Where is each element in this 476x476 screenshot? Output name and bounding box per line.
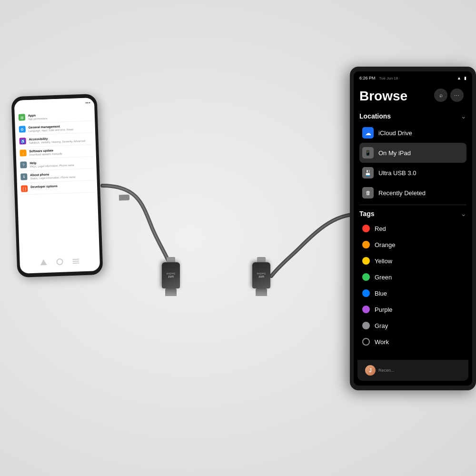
location-ultra-usb[interactable]: 💾 Ultra USB 3.0 [359, 163, 466, 183]
tag-work[interactable]: Work [359, 334, 466, 350]
section-divider [359, 205, 466, 205]
dongle-right-connector [256, 288, 267, 296]
ipad-date: Tue Jun 18 [379, 76, 398, 80]
phone-menu-developer: { } Developer options [20, 180, 95, 195]
dongle-right-unit: uni SanDisk [252, 257, 270, 296]
icloud-drive-label: iCloud Drive [378, 129, 412, 137]
tag-work-dot [362, 338, 370, 346]
ipad-status-bar: 6:26 PM Tue Jun 18 ▲ ▮ [354, 71, 472, 85]
general-icon: ⚙ [19, 126, 26, 132]
ipad-local-icon: 📱 [362, 147, 374, 159]
tag-orange[interactable]: Orange [359, 237, 466, 253]
user-avatar: J [365, 365, 376, 376]
recently-deleted-label: Recently Deleted [378, 189, 426, 197]
tag-green-label: Green [375, 274, 392, 281]
location-icloud-drive[interactable]: ☁ iCloud Drive [359, 123, 466, 143]
dongle-left-unit: uni SanDisk [162, 257, 180, 296]
ipad-time: 6:26 PM [359, 76, 376, 80]
tag-blue[interactable]: Blue [359, 285, 466, 301]
location-on-my-ipad[interactable]: 📱 On My iPad [359, 143, 466, 163]
phone-device: ●●● ⊞ Apps App permissions ⚙ [14, 95, 119, 300]
tags-chevron-icon: ⌄ [461, 210, 466, 218]
locations-section-header[interactable]: Locations ⌄ [359, 109, 466, 123]
phone-screen: ●●● ⊞ Apps App permissions ⚙ [14, 98, 100, 274]
ipad-bottom-recent[interactable]: J Recen... [365, 365, 395, 376]
locations-label: Locations [359, 112, 391, 120]
tags-section-header[interactable]: Tags ⌄ [359, 207, 466, 220]
help-icon: ? [20, 161, 27, 168]
trash-icon: 🗑 [362, 187, 374, 198]
tag-yellow-dot [362, 257, 370, 265]
phone-recents-button[interactable] [72, 258, 79, 263]
location-recently-deleted[interactable]: 🗑 Recently Deleted [359, 183, 466, 203]
tag-red-label: Red [375, 225, 386, 232]
locations-chevron-icon: ⌄ [461, 112, 466, 120]
tag-gray-dot [362, 322, 370, 329]
recent-label: Recen... [378, 368, 395, 373]
tag-gray-label: Gray [375, 322, 388, 329]
dongle-left-connector [165, 288, 177, 296]
tag-red-dot [362, 225, 370, 232]
ipad-status-icons: ▲ ▮ [457, 76, 466, 80]
accessibility-icon: ♿ [19, 138, 26, 144]
dongle-left: uni SanDisk [162, 257, 180, 296]
ultra-usb-label: Ultra USB 3.0 [378, 169, 416, 177]
ipad-more-button[interactable]: ··· [450, 89, 464, 102]
tag-gray[interactable]: Gray [359, 317, 466, 334]
about-icon: ℹ [20, 173, 27, 180]
dongle-left-body: uni SanDisk [162, 262, 180, 288]
wifi-icon: ▲ [457, 76, 461, 80]
tag-orange-label: Orange [375, 241, 395, 248]
tag-blue-label: Blue [375, 290, 387, 297]
ipad-screen: 6:26 PM Tue Jun 18 ▲ ▮ ··· ⌕ Browse [354, 71, 472, 386]
apps-icon: ⊞ [19, 114, 25, 120]
battery-icon: ▮ [464, 76, 466, 80]
icloud-icon: ☁ [362, 127, 374, 139]
tag-green[interactable]: Green [359, 269, 466, 285]
ipad-body: 6:26 PM Tue Jun 18 ▲ ▮ ··· ⌕ Browse [350, 67, 476, 390]
phone-nav-bar [20, 255, 100, 269]
ipad-device: 6:26 PM Tue Jun 18 ▲ ▮ ··· ⌕ Browse [350, 67, 476, 390]
tag-yellow-label: Yellow [375, 258, 392, 265]
phone-menu-content: ⊞ Apps App permissions ⚙ General managem… [14, 107, 97, 197]
dongle-right-body: uni SanDisk [252, 262, 270, 288]
on-my-ipad-label: On My iPad [378, 149, 411, 157]
ipad-search-button[interactable]: ⌕ [434, 89, 447, 102]
phone-usb-port [119, 195, 129, 201]
ipad-bottom-bar: J Recen... [357, 360, 468, 381]
tag-work-label: Work [375, 338, 389, 346]
usb-drive-icon: 💾 [362, 167, 374, 178]
tag-blue-dot [362, 289, 370, 297]
phone-body: ●●● ⊞ Apps App permissions ⚙ [11, 94, 103, 278]
tag-purple-dot [362, 306, 370, 313]
tag-orange-dot [362, 241, 370, 248]
tag-red[interactable]: Red [359, 220, 466, 237]
tag-green-dot [362, 273, 370, 281]
software-icon: ↓ [20, 149, 26, 156]
dongle-right: uni SanDisk [252, 257, 270, 296]
phone-home-button[interactable] [56, 258, 63, 265]
tags-label: Tags [359, 210, 375, 218]
tag-yellow[interactable]: Yellow [359, 253, 466, 269]
search-icon: ⌕ [439, 92, 443, 99]
tag-purple[interactable]: Purple [359, 301, 466, 317]
developer-icon: { } [21, 185, 28, 192]
ipad-browse-content: Browse Locations ⌄ ☁ iCloud Drive 📱 [354, 85, 472, 365]
phone-back-button[interactable] [40, 259, 47, 265]
tag-purple-label: Purple [375, 306, 393, 313]
